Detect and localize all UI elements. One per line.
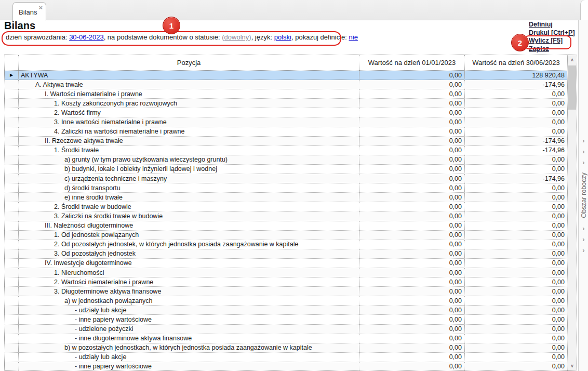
row-value-30-06-2023[interactable]: 0,00 xyxy=(465,259,567,268)
row-value-30-06-2023[interactable]: 0,00 xyxy=(465,277,567,287)
row-value-30-06-2023[interactable]: 0,00 xyxy=(465,202,567,211)
row-label[interactable]: 2. Od pozostałych jednostek, w których j… xyxy=(19,240,359,249)
table-row[interactable]: 3. Od pozostałych jednostek0,000,00 xyxy=(5,249,567,259)
row-value-30-06-2023[interactable]: -174,96 xyxy=(465,80,567,89)
table-row[interactable]: a) w jednostkach powiązanych0,000,00 xyxy=(5,296,567,306)
definiuj-link[interactable]: Definiuj xyxy=(529,21,586,29)
row-label[interactable]: - udziały lub akcje xyxy=(19,306,359,315)
table-row[interactable]: - inne papiery wartościowe0,000,00 xyxy=(5,362,567,370)
row-gutter[interactable] xyxy=(5,193,19,202)
row-value-01-01-2023[interactable]: 0,00 xyxy=(359,353,465,362)
table-row[interactable]: 1. Koszty zakończonych prac rozwojowych0… xyxy=(5,99,567,108)
row-label[interactable]: 4. Zaliczki na wartości niematerialne i … xyxy=(19,127,359,137)
row-value-30-06-2023[interactable]: 128 920,48 xyxy=(465,71,567,80)
table-row[interactable]: b) w pozostałych jednostkach, w których … xyxy=(5,343,567,353)
table-row[interactable]: IV. Inwestycje długoterminowe0,000,00 xyxy=(5,259,567,268)
row-label[interactable]: 2. Wartość firmy xyxy=(19,108,359,117)
row-value-01-01-2023[interactable]: 0,00 xyxy=(359,249,465,259)
row-label[interactable]: - udziały lub akcje xyxy=(19,353,359,362)
table-row[interactable]: e) inne środki trwałe0,000,00 xyxy=(5,193,567,202)
row-label[interactable]: 1. Nieruchomości xyxy=(19,268,359,277)
row-gutter[interactable] xyxy=(5,231,19,240)
row-label[interactable]: - inne papiery wartościowe xyxy=(19,315,359,324)
row-value-01-01-2023[interactable]: 0,00 xyxy=(359,155,465,165)
row-label[interactable]: 3. Zaliczki na środki trwałe w budowie xyxy=(19,211,359,221)
document-status-link[interactable]: (dowolny) xyxy=(222,33,251,41)
table-row[interactable]: 4. Zaliczki na wartości niematerialne i … xyxy=(5,127,567,137)
scroll-down-icon[interactable]: ∨ xyxy=(568,361,577,370)
row-value-30-06-2023[interactable]: -174,96 xyxy=(465,137,567,146)
row-value-01-01-2023[interactable]: 0,00 xyxy=(359,221,465,231)
row-value-30-06-2023[interactable]: 0,00 xyxy=(465,353,567,362)
row-label[interactable]: a) grunty (w tym prawo użytkowania wiecz… xyxy=(19,155,359,165)
row-label[interactable]: II. Rzeczowe aktywa trwałe xyxy=(19,137,359,146)
row-value-01-01-2023[interactable]: 0,00 xyxy=(359,277,465,287)
row-value-30-06-2023[interactable]: -174,96 xyxy=(465,174,567,183)
table-row[interactable]: 3. Inne wartości niematerialne i prawne0… xyxy=(5,117,567,127)
language-link[interactable]: polski xyxy=(274,33,291,41)
row-value-01-01-2023[interactable]: 0,00 xyxy=(359,259,465,268)
row-value-30-06-2023[interactable]: 0,00 xyxy=(465,127,567,137)
table-row[interactable]: 2. Środki trwałe w budowie0,000,00 xyxy=(5,202,567,211)
row-value-01-01-2023[interactable]: 0,00 xyxy=(359,80,465,89)
table-row[interactable]: 1. Środki trwałe0,00-174,96 xyxy=(5,146,567,155)
row-value-01-01-2023[interactable]: 0,00 xyxy=(359,240,465,249)
row-value-01-01-2023[interactable]: 0,00 xyxy=(359,108,465,117)
row-value-30-06-2023[interactable]: 0,00 xyxy=(465,334,567,343)
table-row[interactable]: 3. Długoterminowe aktywa finansowe0,000,… xyxy=(5,287,567,296)
close-icon[interactable]: × xyxy=(38,4,43,11)
row-gutter[interactable] xyxy=(5,155,19,165)
row-value-01-01-2023[interactable]: 0,00 xyxy=(359,362,465,370)
row-value-01-01-2023[interactable]: 0,00 xyxy=(359,71,465,80)
row-gutter[interactable] xyxy=(5,259,19,268)
row-value-30-06-2023[interactable]: 0,00 xyxy=(465,183,567,193)
row-gutter[interactable] xyxy=(5,240,19,249)
vertical-scrollbar[interactable]: ∧ ∨ xyxy=(567,55,577,370)
row-label[interactable]: III. Należności długoterminowe xyxy=(19,221,359,231)
row-value-30-06-2023[interactable]: 0,00 xyxy=(465,193,567,202)
table-row[interactable]: - inne papiery wartościowe0,000,00 xyxy=(5,315,567,324)
table-row[interactable]: III. Należności długoterminowe0,000,00 xyxy=(5,221,567,231)
row-value-30-06-2023[interactable]: 0,00 xyxy=(465,155,567,165)
table-row[interactable]: 2. Wartości niematerialne i prawne0,000,… xyxy=(5,277,567,287)
row-gutter[interactable] xyxy=(5,146,19,155)
row-value-01-01-2023[interactable]: 0,00 xyxy=(359,343,465,353)
wylicz-link[interactable]: Wylicz [F5] xyxy=(529,37,586,45)
row-gutter[interactable] xyxy=(5,343,19,353)
row-value-30-06-2023[interactable]: 0,00 xyxy=(465,89,567,99)
table-row[interactable]: a) grunty (w tym prawo użytkowania wiecz… xyxy=(5,155,567,165)
row-gutter[interactable] xyxy=(5,296,19,306)
row-value-01-01-2023[interactable]: 0,00 xyxy=(359,231,465,240)
row-gutter[interactable] xyxy=(5,183,19,193)
row-value-30-06-2023[interactable]: 0,00 xyxy=(465,296,567,306)
row-value-01-01-2023[interactable]: 0,00 xyxy=(359,174,465,183)
row-label[interactable]: 1. Od jednostek powiązanych xyxy=(19,231,359,240)
scrollbar-thumb[interactable] xyxy=(568,65,576,110)
row-value-30-06-2023[interactable]: 0,00 xyxy=(465,108,567,117)
row-value-01-01-2023[interactable]: 0,00 xyxy=(359,165,465,174)
row-label[interactable]: - inne papiery wartościowe xyxy=(19,362,359,370)
row-gutter[interactable] xyxy=(5,315,19,324)
row-label[interactable]: c) urządzenia techniczne i maszyny xyxy=(19,174,359,183)
zapisz-link[interactable]: Zapisz xyxy=(529,45,586,54)
row-value-30-06-2023[interactable]: 0,00 xyxy=(465,165,567,174)
row-value-01-01-2023[interactable]: 0,00 xyxy=(359,89,465,99)
row-value-30-06-2023[interactable]: 0,00 xyxy=(465,117,567,127)
row-selected-marker[interactable]: ▶ xyxy=(5,71,19,80)
row-label[interactable]: b) budynki, lokale i obiekty inżynierii … xyxy=(19,165,359,174)
row-gutter[interactable] xyxy=(5,221,19,231)
drukuj-link[interactable]: Drukuj [Ctrl+P] xyxy=(529,29,586,37)
obszar-roboczy-panel-toggle[interactable]: › › › Obszar roboczy › › › xyxy=(578,20,588,371)
table-row[interactable]: - udziały lub akcje0,000,00 xyxy=(5,353,567,362)
row-gutter[interactable] xyxy=(5,108,19,117)
row-value-01-01-2023[interactable]: 0,00 xyxy=(359,211,465,221)
row-gutter[interactable] xyxy=(5,127,19,137)
row-value-01-01-2023[interactable]: 0,00 xyxy=(359,296,465,306)
row-label[interactable]: - inne długoterminowe aktywa finansowe xyxy=(19,334,359,343)
row-label[interactable]: a) w jednostkach powiązanych xyxy=(19,296,359,306)
row-gutter[interactable] xyxy=(5,99,19,108)
row-label[interactable]: 1. Koszty zakończonych prac rozwojowych xyxy=(19,99,359,108)
row-value-30-06-2023[interactable]: 0,00 xyxy=(465,231,567,240)
row-label[interactable]: d) środki transportu xyxy=(19,183,359,193)
row-value-01-01-2023[interactable]: 0,00 xyxy=(359,268,465,277)
